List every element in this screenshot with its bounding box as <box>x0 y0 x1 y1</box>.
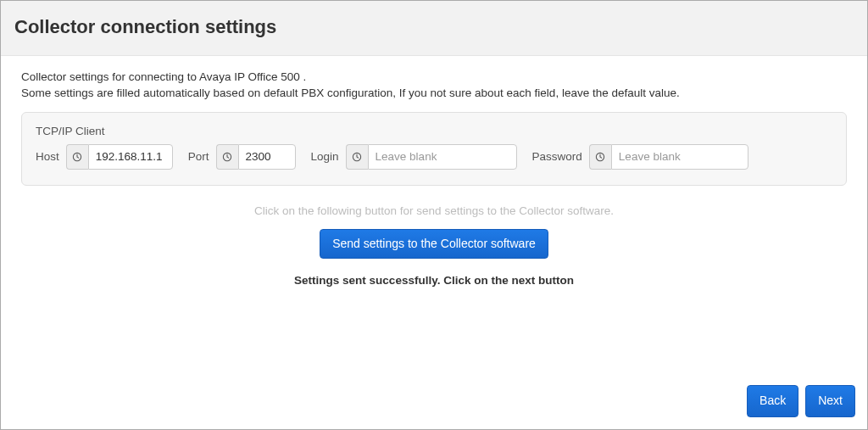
login-label: Login <box>311 150 339 163</box>
page-content: Collector settings for connecting to Ava… <box>1 56 867 287</box>
clock-icon <box>66 144 88 170</box>
host-field-group: Host <box>36 144 173 170</box>
page-title: Collector connection settings <box>14 16 854 38</box>
send-button-row: Send settings to the Collector software <box>21 229 847 260</box>
panel-title: TCP/IP Client <box>36 125 832 137</box>
footer-nav: Back Next <box>747 385 855 417</box>
next-button[interactable]: Next <box>805 385 855 417</box>
clock-icon <box>589 144 611 170</box>
intro-line-2: Some settings are filled automatically b… <box>21 86 847 102</box>
password-label: Password <box>532 150 582 163</box>
port-label: Port <box>188 150 209 163</box>
page-header: Collector connection settings <box>1 1 867 56</box>
port-input[interactable] <box>238 144 296 170</box>
host-input[interactable] <box>88 144 173 170</box>
intro-line-1: Collector settings for connecting to Ava… <box>21 70 847 86</box>
host-input-group <box>66 144 173 170</box>
form-row: Host Port Login <box>36 144 832 170</box>
clock-icon <box>346 144 368 170</box>
back-button[interactable]: Back <box>747 385 798 417</box>
status-message: Settings sent successfully. Click on the… <box>21 274 847 287</box>
host-label: Host <box>36 150 59 163</box>
port-input-group <box>216 144 296 170</box>
login-input-group <box>346 144 517 170</box>
send-settings-button[interactable]: Send settings to the Collector software <box>320 229 548 260</box>
send-hint: Click on the following button for send s… <box>21 204 847 217</box>
intro-text: Collector settings for connecting to Ava… <box>21 70 847 102</box>
password-input[interactable] <box>611 144 748 170</box>
login-input[interactable] <box>368 144 517 170</box>
clock-icon <box>216 144 238 170</box>
port-field-group: Port <box>188 144 296 170</box>
password-field-group: Password <box>532 144 748 170</box>
connection-panel: TCP/IP Client Host Port <box>21 112 847 186</box>
login-field-group: Login <box>311 144 517 170</box>
password-input-group <box>589 144 748 170</box>
